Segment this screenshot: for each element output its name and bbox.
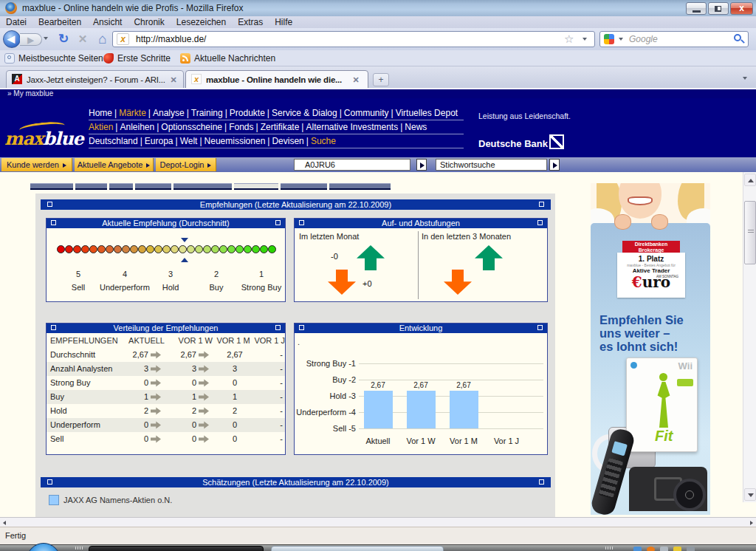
content-tab[interactable] xyxy=(234,183,278,190)
search-engine-dropdown-icon[interactable] xyxy=(619,38,623,41)
scroll-up-button[interactable] xyxy=(744,174,756,186)
nav-link[interactable]: News xyxy=(405,122,427,132)
content-tab[interactable] xyxy=(30,183,73,190)
window-square-icon[interactable] xyxy=(537,220,543,225)
content-tab[interactable] xyxy=(329,183,391,190)
nav-link[interactable]: Community xyxy=(344,108,389,118)
window-square-icon[interactable] xyxy=(275,220,281,225)
depot-login-button[interactable]: Depot-Login xyxy=(156,158,216,171)
maxblue-logo[interactable]: maxblue xyxy=(4,128,90,156)
table-row: Anzahl Analysten333- xyxy=(47,362,285,376)
nav-link[interactable]: Virtuelles Depot xyxy=(396,108,458,118)
reload-button[interactable]: ↻ xyxy=(55,30,72,48)
nav-link[interactable]: Anleihen xyxy=(120,122,154,132)
tab-label[interactable]: Jaxx-Jetzt einsteigen? - Forum - ARI... xyxy=(27,71,167,89)
window-square-icon[interactable] xyxy=(47,202,52,207)
nav-link[interactable]: Suche xyxy=(311,136,336,146)
nav-link[interactable]: Produkte xyxy=(230,108,265,118)
window-titlebar[interactable]: maxblue - Online handeln wie die Profis … xyxy=(0,0,756,16)
forward-button[interactable]: ▶ xyxy=(20,33,42,46)
window-square-icon[interactable] xyxy=(539,202,544,207)
search-placeholder[interactable]: Google xyxy=(629,31,658,47)
tab-label[interactable]: maxblue - Online handeln wie die... xyxy=(206,71,346,89)
scroll-right-icon[interactable] xyxy=(750,521,753,525)
menu-ansicht[interactable]: Ansicht xyxy=(87,16,128,28)
vertical-scrollbar[interactable] xyxy=(743,172,756,502)
minimize-button[interactable] xyxy=(686,2,707,15)
gauge-circle xyxy=(187,245,195,253)
tab-close-icon[interactable]: ✕ xyxy=(351,75,361,85)
nav-link[interactable]: Europa xyxy=(145,136,173,146)
content-tab[interactable] xyxy=(281,183,327,190)
nav-link[interactable]: Fonds xyxy=(229,122,253,132)
tab-close-icon[interactable]: ✕ xyxy=(168,75,179,85)
window-square-icon[interactable] xyxy=(537,325,543,330)
taskbar-app-button[interactable] xyxy=(89,546,264,551)
nav-link[interactable]: Welt xyxy=(180,136,198,146)
upgrade-arrow-icon xyxy=(357,245,385,270)
home-button[interactable]: ⌂ xyxy=(94,30,111,48)
scrollbar-thumb[interactable] xyxy=(744,201,756,264)
taskbar-app-button[interactable] xyxy=(271,546,444,551)
wkn-search-go-button[interactable] xyxy=(416,159,427,171)
stop-button[interactable]: ✕ xyxy=(75,30,91,48)
aktuelle-angebote-button[interactable]: Aktuelle Angebote xyxy=(75,158,154,171)
nav-link[interactable]: Service & Dialog xyxy=(272,108,337,118)
content-tab[interactable] xyxy=(75,183,107,190)
kunde-werden-button[interactable]: Kunde werden xyxy=(1,158,72,171)
window-square-icon[interactable] xyxy=(299,220,304,225)
tab-list-dropdown-icon[interactable] xyxy=(743,77,747,80)
window-square-icon[interactable] xyxy=(51,325,56,330)
nav-link[interactable]: Deutschland xyxy=(89,136,138,146)
menu-hilfe[interactable]: Hilfe xyxy=(269,16,298,28)
nav-link[interactable]: Home xyxy=(89,108,112,118)
history-dropdown-icon[interactable] xyxy=(44,37,48,40)
restore-button[interactable] xyxy=(708,2,729,15)
nav-link[interactable]: Aktien xyxy=(89,122,113,132)
window-square-icon[interactable] xyxy=(51,220,56,225)
window-square-icon[interactable] xyxy=(539,479,544,485)
menu-bearbeiten[interactable]: Bearbeiten xyxy=(32,16,87,28)
window-square-icon[interactable] xyxy=(47,479,52,485)
tray-icon[interactable] xyxy=(687,547,695,551)
keyword-search-input[interactable]: Stichwortsuche xyxy=(436,159,547,171)
keyword-search-go-button[interactable] xyxy=(549,159,560,171)
my-maxblue-bar[interactable]: » My maxblue xyxy=(0,89,756,98)
menu-extras[interactable]: Extras xyxy=(232,16,269,28)
nav-link[interactable]: Märkte xyxy=(119,108,146,118)
nav-link[interactable]: Training xyxy=(191,108,223,118)
bookmark-most-visited[interactable]: Meistbesuchte Seiten xyxy=(18,50,103,66)
url-text[interactable]: http://maxblue.de/ xyxy=(136,31,206,47)
content-tab[interactable] xyxy=(135,183,171,190)
nav-link[interactable]: Neuemissionen xyxy=(205,136,266,146)
new-tab-button[interactable]: + xyxy=(373,73,389,86)
content-tab[interactable] xyxy=(109,183,133,190)
tray-icon[interactable] xyxy=(673,547,681,551)
menu-datei[interactable]: Datei xyxy=(0,16,32,28)
ad-banner[interactable]: DirektbankenBrokerage 1. Platz maxblue -… xyxy=(591,183,710,515)
url-dropdown-icon[interactable] xyxy=(583,38,587,41)
scroll-down-button[interactable] xyxy=(744,488,756,501)
window-square-icon[interactable] xyxy=(275,325,281,330)
wkn-search-input[interactable]: A0JRU6 xyxy=(294,159,410,171)
nav-link[interactable]: Optionsscheine xyxy=(161,122,222,132)
nav-link[interactable]: Alternative Investments xyxy=(306,122,398,132)
back-button[interactable]: ◀ xyxy=(3,30,21,48)
horizontal-scrollbar[interactable] xyxy=(0,517,756,527)
bookmark-star-icon[interactable]: ☆ xyxy=(564,32,577,46)
nav-link[interactable]: Analyse xyxy=(153,108,185,118)
scroll-left-icon[interactable] xyxy=(3,521,6,525)
menu-lesezeichen[interactable]: Lesezeichen xyxy=(171,16,232,28)
tray-icon[interactable] xyxy=(647,547,655,551)
menu-chronik[interactable]: Chronik xyxy=(128,16,170,28)
tray-icon[interactable] xyxy=(633,547,642,551)
bookmark-latest-news[interactable]: Aktuelle Nachrichten xyxy=(194,50,275,66)
nav-link[interactable]: Zertifikate xyxy=(261,122,300,132)
close-button[interactable]: x xyxy=(730,2,753,15)
nav-link[interactable]: Devisen xyxy=(272,136,303,146)
window-square-icon[interactable] xyxy=(299,325,304,330)
bookmark-getting-started[interactable]: Erste Schritte xyxy=(117,50,171,66)
trend-arrow-icon xyxy=(199,421,209,429)
tray-icon[interactable] xyxy=(660,547,668,551)
content-tab[interactable] xyxy=(173,183,232,190)
